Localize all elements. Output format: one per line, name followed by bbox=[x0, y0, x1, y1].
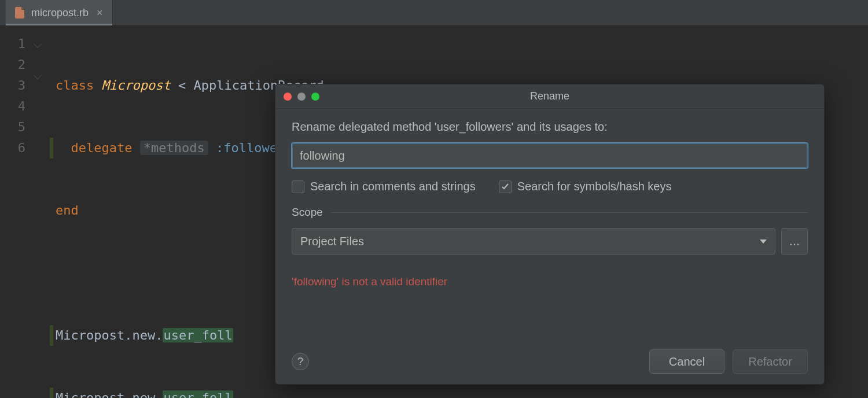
line-number: 5 bbox=[0, 117, 25, 138]
rename-input[interactable] bbox=[292, 143, 808, 168]
checkbox-search-comments[interactable]: Search in comments and strings bbox=[292, 180, 476, 193]
kw-class: class bbox=[56, 78, 94, 93]
traffic-lights bbox=[284, 93, 319, 101]
chevron-down-icon bbox=[760, 239, 767, 244]
minimize-window-icon[interactable] bbox=[297, 93, 306, 101]
dialog-titlebar[interactable]: Rename bbox=[275, 84, 824, 109]
code-line: Micropost.new.user_foll bbox=[50, 388, 868, 398]
call-user-followers: user_foll bbox=[163, 328, 233, 342]
scope-select[interactable]: Project Files bbox=[292, 228, 775, 255]
line-numbers: 1 2 3 4 5 6 bbox=[0, 34, 25, 398]
scope-label: Scope bbox=[292, 206, 323, 219]
line-number: 3 bbox=[0, 75, 25, 96]
line-number: 6 bbox=[0, 138, 25, 159]
file-tab[interactable]: micropost.rb × bbox=[6, 0, 113, 25]
fold-marker-icon[interactable] bbox=[34, 71, 42, 79]
checkbox-row: Search in comments and strings Search fo… bbox=[292, 180, 808, 193]
fold-marker-icon[interactable] bbox=[34, 40, 42, 48]
help-button[interactable]: ? bbox=[292, 353, 309, 370]
scope-browse-button[interactable]: ... bbox=[781, 228, 808, 255]
tab-close-icon[interactable]: × bbox=[97, 7, 103, 19]
scope-value: Project Files bbox=[300, 235, 364, 248]
dialog-title: Rename bbox=[275, 90, 824, 102]
dialog-body: Rename delegated method 'user_followers'… bbox=[275, 109, 824, 384]
checkbox-label: Search for symbols/hash keys bbox=[517, 180, 672, 193]
scope-select-row: Project Files ... bbox=[292, 228, 808, 255]
const-micropost: Micropost bbox=[56, 328, 124, 342]
cancel-button[interactable]: Cancel bbox=[649, 349, 724, 374]
const-micropost: Micropost bbox=[56, 390, 124, 398]
gutter: 1 2 3 4 5 6 bbox=[0, 25, 50, 398]
tab-bar: micropost.rb × bbox=[0, 0, 868, 25]
param-hint: *methods bbox=[140, 141, 208, 155]
line-number: 2 bbox=[0, 54, 25, 75]
refactor-button[interactable]: Refactor bbox=[733, 349, 808, 374]
kw-delegate: delegate bbox=[71, 141, 133, 155]
checkbox-box bbox=[292, 180, 304, 193]
file-tab-label: micropost.rb bbox=[31, 7, 89, 19]
ruby-file-icon bbox=[15, 7, 25, 19]
zoom-window-icon[interactable] bbox=[311, 93, 319, 101]
rename-prompt: Rename delegated method 'user_followers'… bbox=[292, 120, 808, 134]
line-number: 4 bbox=[0, 96, 25, 117]
validation-error: 'following' is not a valid identifier bbox=[292, 275, 808, 288]
checkbox-box-checked bbox=[499, 180, 512, 193]
class-name: Micropost bbox=[101, 78, 170, 93]
fold-column bbox=[25, 34, 50, 398]
checkbox-search-symbols[interactable]: Search for symbols/hash keys bbox=[499, 180, 672, 193]
line-number: 1 bbox=[0, 34, 25, 54]
call-user-followers: user_foll bbox=[163, 390, 233, 398]
dialog-footer: ? Cancel Refactor bbox=[292, 349, 808, 374]
checkbox-label: Search in comments and strings bbox=[310, 180, 476, 193]
close-window-icon[interactable] bbox=[284, 93, 292, 101]
kw-end: end bbox=[56, 203, 79, 218]
rename-dialog: Rename Rename delegated method 'user_fol… bbox=[275, 84, 825, 385]
scope-section: Scope bbox=[292, 206, 808, 219]
divider bbox=[331, 212, 808, 213]
button-row: Cancel Refactor bbox=[649, 349, 808, 374]
op-lt: < bbox=[178, 78, 186, 93]
